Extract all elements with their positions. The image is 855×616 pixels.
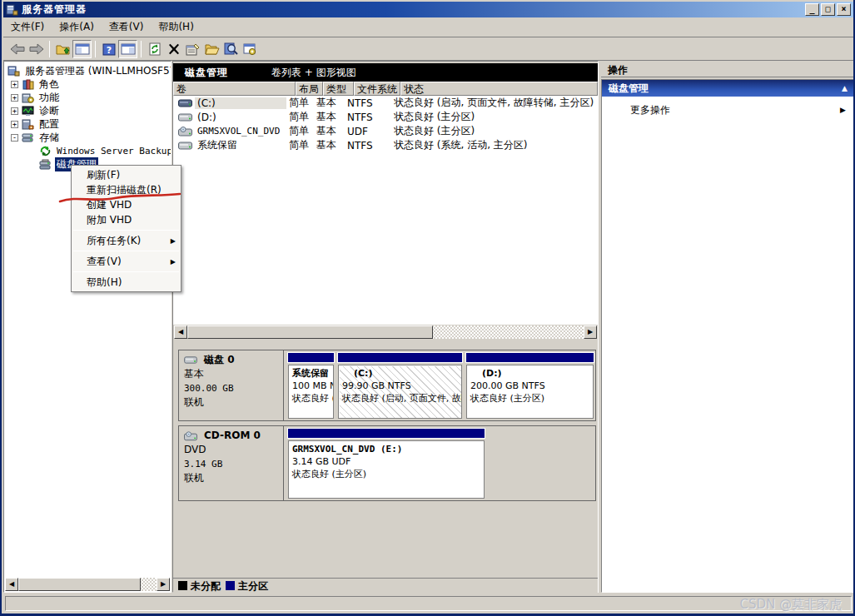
- menu-item-all-tasks[interactable]: 所有任务(K)▶: [72, 233, 181, 248]
- pane-view-mode: 卷列表 + 图形视图: [271, 66, 356, 80]
- volume-row-d[interactable]: (D:) 简单 基本 NTFS 状态良好 (主分区): [173, 110, 598, 124]
- scrollbar-thumb[interactable]: [18, 578, 141, 591]
- column-status[interactable]: 状态: [400, 82, 598, 96]
- partition-d[interactable]: (D:) 200.00 GB NTFS 状态良好 (主分区): [465, 352, 594, 419]
- cdrom-0-info[interactable]: CD-ROM 0 DVD 3.14 GB 联机: [179, 426, 284, 500]
- partition-label: 系统保留: [292, 367, 330, 380]
- delete-icon[interactable]: [164, 40, 183, 58]
- menu-view[interactable]: 查看(V): [102, 17, 152, 37]
- volume-row-system-reserved[interactable]: 系统保留 简单 基本 NTFS 状态良好 (系统, 活动, 主分区): [173, 138, 598, 152]
- expander-icon[interactable]: -: [11, 134, 18, 142]
- partition-body: GRMSXVOL_CN_DVD (E:) 3.14 GB UDF 状态良好 (主…: [288, 440, 485, 499]
- svg-text:?: ?: [106, 44, 111, 55]
- disk-size: 3.14 GB: [184, 457, 278, 471]
- server-manager-window: 服务器管理器 _ □ × 文件(F) 操作(A) 查看(V) 帮助(H) ?: [0, 0, 855, 616]
- column-filesystem[interactable]: 文件系统: [354, 82, 400, 96]
- disk-type: 基本: [184, 367, 278, 381]
- volume-list-header: 卷 布局 类型 文件系统 状态: [173, 82, 598, 96]
- legend-unallocated: 未分配: [178, 579, 221, 594]
- backup-icon: [39, 146, 52, 156]
- expander-icon[interactable]: +: [11, 107, 18, 115]
- menu-action[interactable]: 操作(A): [52, 17, 102, 37]
- tree-item-configuration[interactable]: + 配置: [11, 117, 61, 131]
- scroll-left-icon[interactable]: ◀: [174, 325, 187, 339]
- legend: 未分配 主分区: [173, 578, 598, 594]
- partition-status: 状态良好 (主分区): [470, 392, 589, 405]
- help-icon[interactable]: ?: [99, 40, 118, 58]
- column-layout[interactable]: 布局: [296, 82, 323, 96]
- volume-status: 状态良好 (主分区): [391, 110, 598, 124]
- find-icon[interactable]: [221, 40, 241, 58]
- up-folder-icon[interactable]: [53, 40, 72, 58]
- partition-size: 99.90 GB NTFS: [342, 380, 458, 392]
- disk-management-icon: [39, 159, 52, 170]
- partition-color-band: [465, 352, 594, 363]
- open-folder-icon[interactable]: [202, 40, 221, 58]
- features-icon: [22, 92, 34, 103]
- volume-row-c[interactable]: (C:) 简单 基本 NTFS 状态良好 (启动, 页面文件, 故障转储, 主分…: [173, 96, 598, 110]
- volume-row-e[interactable]: GRMSXVOL_CN_DVD (E:) 简单 基本 UDF 状态良好 (主分区…: [173, 124, 598, 138]
- column-type[interactable]: 类型: [323, 82, 354, 96]
- console-tree-toggle-icon[interactable]: [72, 40, 92, 58]
- menu-file[interactable]: 文件(F): [3, 17, 52, 37]
- console-tree-pane: 服务器管理器 (WIN-LLMHOSF573 + 角色 + 功能 + 诊断 + …: [3, 61, 171, 593]
- refresh-icon[interactable]: [145, 40, 164, 58]
- menu-item-create-vhd[interactable]: 创建 VHD: [72, 197, 181, 212]
- disk-name: 磁盘 0: [204, 353, 235, 367]
- tree-item-label: 服务器管理器 (WIN-LLMHOSF573: [23, 64, 171, 78]
- menu-item-view[interactable]: 查看(V)▶: [72, 254, 181, 269]
- actions-section-disk-management[interactable]: 磁盘管理 ▲: [602, 80, 854, 97]
- server-manager-icon: [7, 66, 20, 77]
- column-volume[interactable]: 卷: [173, 82, 296, 96]
- window-title: 服务器管理器: [22, 2, 87, 17]
- scroll-right-icon[interactable]: ▶: [584, 325, 597, 339]
- maximize-button[interactable]: □: [821, 3, 835, 16]
- tree-item-server-manager[interactable]: 服务器管理器 (WIN-LLMHOSF573: [7, 64, 171, 77]
- tree-item-windows-server-backup[interactable]: Windows Server Backup: [39, 144, 171, 157]
- volume-list-horizontal-scrollbar[interactable]: ◀ ▶: [174, 325, 597, 339]
- menu-item-rescan-disks[interactable]: 重新扫描磁盘(R): [72, 182, 181, 197]
- partition-c[interactable]: (C:) 99.90 GB NTFS 状态良好 (启动, 页面文件, 故障转储,…: [337, 352, 463, 419]
- menu-separator: [73, 271, 179, 272]
- menu-help[interactable]: 帮助(H): [151, 17, 201, 37]
- toolbar-separator: [49, 41, 50, 57]
- toolbar-separator: [141, 41, 142, 57]
- configuration-icon: [22, 119, 34, 130]
- close-button[interactable]: ×: [837, 3, 851, 16]
- expander-icon[interactable]: +: [11, 81, 18, 88]
- tree-item-diagnostics[interactable]: + 诊断: [11, 104, 61, 117]
- tree-item-label: 角色: [37, 77, 61, 92]
- expander-icon[interactable]: +: [11, 121, 18, 128]
- action-pane-toggle-icon[interactable]: [118, 40, 137, 58]
- disk-status: 联机: [184, 395, 278, 410]
- actions-pane-title: 操作: [601, 61, 855, 77]
- collapse-icon[interactable]: ▲: [842, 84, 848, 92]
- menu-item-help[interactable]: 帮助(H): [72, 275, 181, 290]
- minimize-button[interactable]: _: [805, 3, 819, 16]
- more-actions-item[interactable]: 更多操作 ▶: [602, 100, 854, 120]
- submenu-arrow-icon: ▶: [171, 237, 176, 245]
- tree-item-label: 存储: [37, 131, 61, 145]
- scroll-right-icon[interactable]: ▶: [157, 578, 170, 591]
- tree-item-features[interactable]: + 功能: [11, 91, 61, 104]
- partition-system-reserved[interactable]: 系统保留 100 MB NTFS 状态良好 (系统, 活动, 主分区): [287, 352, 335, 419]
- disk-0-info[interactable]: 磁盘 0 基本 300.00 GB 联机: [179, 350, 284, 420]
- expander-icon[interactable]: +: [11, 94, 18, 102]
- menu-item-label: 重新扫描磁盘(R): [87, 183, 162, 197]
- tree-item-storage[interactable]: - 存储: [11, 131, 61, 144]
- properties-icon[interactable]: [183, 40, 202, 58]
- tree-item-roles[interactable]: + 角色: [11, 77, 61, 91]
- cd-drive-icon: [184, 431, 197, 441]
- partition-color-band: [337, 352, 463, 363]
- volume-filesystem: UDF: [345, 126, 391, 137]
- app-icon: [6, 4, 18, 16]
- settings-icon[interactable]: [241, 40, 260, 58]
- forward-icon[interactable]: [27, 40, 46, 58]
- scroll-left-icon[interactable]: ◀: [5, 578, 18, 591]
- tree-horizontal-scrollbar[interactable]: ◀ ▶: [5, 578, 170, 591]
- back-icon[interactable]: [7, 40, 27, 58]
- menu-item-attach-vhd[interactable]: 附加 VHD: [72, 212, 181, 227]
- partition-e[interactable]: GRMSXVOL_CN_DVD (E:) 3.14 GB UDF 状态良好 (主…: [287, 428, 485, 499]
- menu-item-refresh[interactable]: 刷新(F): [72, 167, 181, 182]
- scrollbar-thumb[interactable]: [187, 325, 433, 339]
